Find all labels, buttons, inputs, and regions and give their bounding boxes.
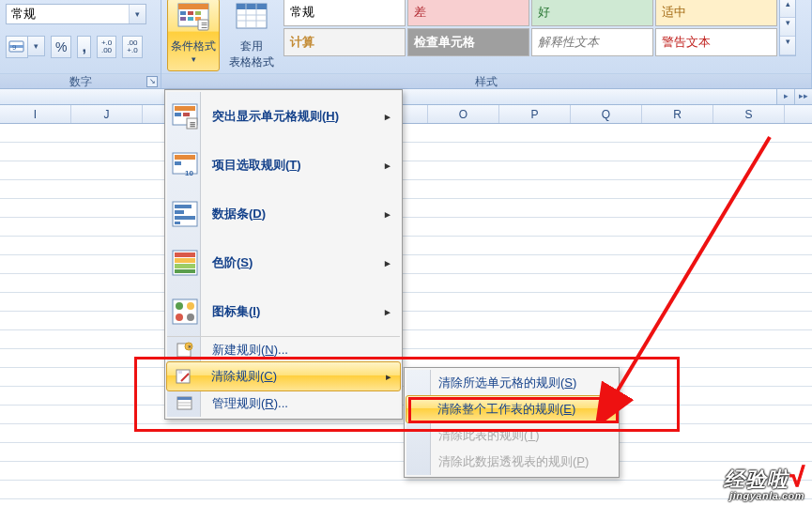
comma-format-button[interactable]: , xyxy=(77,36,90,58)
column-header-row: I J K L M N O P Q R S xyxy=(0,105,812,124)
menu-item-label: 项目选取规则(T) xyxy=(212,157,301,174)
column-header[interactable]: R xyxy=(642,105,713,123)
style-normal[interactable]: 常规 xyxy=(283,0,406,26)
clear-rules-submenu: 清除所选单元格的规则(S) 清除整个工作表的规则(E) 清除此表的规则(T) 清… xyxy=(404,367,620,478)
svg-rect-48 xyxy=(178,371,182,374)
menu-item-label: 数据条(D) xyxy=(212,206,266,222)
menu-clear-rules[interactable]: 清除规则(C) ▸ xyxy=(166,361,401,391)
svg-point-40 xyxy=(176,302,183,310)
scroll-end-button[interactable]: ▸▸ xyxy=(794,89,812,104)
svg-rect-20 xyxy=(175,106,195,111)
scroll-right-button[interactable]: ▸ xyxy=(776,89,794,104)
manage-rules-icon xyxy=(176,395,193,412)
submenu-item-label: 清除此数据透视表的规则(P) xyxy=(438,453,589,470)
submenu-arrow-icon: ▸ xyxy=(386,371,391,383)
svg-rect-22 xyxy=(183,113,190,116)
clear-rules-icon xyxy=(176,368,192,385)
currency-format-button[interactable]: 9 ▾ xyxy=(6,36,45,58)
submenu-arrow-icon: ▸ xyxy=(385,111,391,123)
decrease-decimal-button[interactable]: .00 +.0 xyxy=(122,36,142,58)
column-header[interactable]: P xyxy=(499,105,571,123)
number-format-dropdown[interactable]: ▾ xyxy=(129,5,146,23)
style-bad[interactable]: 差 xyxy=(407,0,529,26)
column-header[interactable]: J xyxy=(71,105,143,123)
number-group-dialog-launcher[interactable]: ↘ xyxy=(146,76,158,87)
svg-rect-26 xyxy=(175,155,195,160)
column-header[interactable]: I xyxy=(0,105,71,123)
ribbon-group-styles: ☰ 条件格式 ▾ 套用 表格格式 ▾ xyxy=(161,0,812,88)
number-format-combo[interactable]: 常规 ▾ xyxy=(6,4,146,24)
ribbon-group-number: 常规 ▾ 9 ▾ % xyxy=(0,0,161,88)
svg-rect-39 xyxy=(173,299,197,324)
menu-manage-rules[interactable]: 管理规则(R)... xyxy=(167,390,400,417)
svg-rect-4 xyxy=(178,4,208,9)
menu-item-label: 突出显示单元格规则(H) xyxy=(212,108,339,125)
menu-data-bars[interactable]: 数据条(D) ▸ xyxy=(167,190,400,238)
svg-text:☰: ☰ xyxy=(201,22,207,30)
svg-rect-6 xyxy=(188,11,193,15)
top-bottom-icon: 10 xyxy=(172,152,198,178)
percent-format-button[interactable]: % xyxy=(51,36,71,58)
menu-color-scales[interactable]: 色阶(S) ▸ xyxy=(167,238,400,287)
submenu-item-label: 清除整个工作表的规则(E) xyxy=(437,401,575,418)
style-explanatory[interactable]: 解释性文本 xyxy=(531,28,653,56)
menu-item-label: 清除规则(C) xyxy=(211,368,277,385)
submenu-arrow-icon: ▸ xyxy=(385,208,391,221)
svg-rect-31 xyxy=(175,210,184,214)
conditional-formatting-icon: ☰ xyxy=(177,3,209,35)
submenu-arrow-icon: ▸ xyxy=(385,160,391,172)
decrease-decimal-icon: .00 +.0 xyxy=(127,39,137,54)
percent-icon: % xyxy=(55,39,67,54)
clear-pivot-rules: 清除此数据透视表的规则(P) xyxy=(406,449,617,475)
gallery-scroll-up[interactable]: ▴ xyxy=(780,0,795,18)
increase-decimal-icon: +.0 .00 xyxy=(101,39,112,54)
style-calculation[interactable]: 计算 xyxy=(283,28,406,56)
column-header[interactable]: Q xyxy=(571,105,642,123)
gallery-more[interactable]: ▾ xyxy=(780,37,795,55)
gallery-scroll-down[interactable]: ▾ xyxy=(780,18,795,37)
watermark-text: 经验啦 xyxy=(724,467,789,491)
conditional-formatting-button[interactable]: ☰ 条件格式 ▾ xyxy=(167,0,220,71)
clear-entire-sheet-rules[interactable]: 清除整个工作表的规则(E) xyxy=(406,395,618,423)
clear-table-rules: 清除此表的规则(T) xyxy=(406,422,617,449)
svg-rect-33 xyxy=(175,222,180,224)
menu-icon-sets[interactable]: 图标集(I) ▸ xyxy=(167,287,400,336)
svg-rect-30 xyxy=(175,205,192,208)
clear-selected-cells-rules[interactable]: 清除所选单元格的规则(S) xyxy=(406,370,617,396)
increase-decimal-button[interactable]: +.0 .00 xyxy=(97,36,116,58)
menu-top-bottom[interactable]: 10 项目选取规则(T) ▸ xyxy=(167,141,400,190)
svg-rect-14 xyxy=(237,4,267,9)
menu-item-label: 色阶(S) xyxy=(212,254,253,271)
style-neutral[interactable]: 适中 xyxy=(655,0,777,26)
style-good[interactable]: 好 xyxy=(531,0,653,26)
menu-highlight-cells[interactable]: ☰ 突出显示单元格规则(H) ▸ xyxy=(167,92,400,141)
data-bars-icon xyxy=(172,201,198,227)
svg-point-43 xyxy=(187,314,194,321)
svg-rect-37 xyxy=(175,264,195,268)
submenu-arrow-icon: ▸ xyxy=(385,257,391,269)
format-as-table-icon xyxy=(236,3,268,35)
cell-styles-scroll: ▴ ▾ ▾ xyxy=(779,0,796,56)
menu-new-rule[interactable]: ✶ 新建规则(N)... xyxy=(167,336,400,362)
ribbon-group-label-number: 数字 xyxy=(0,73,161,88)
column-header[interactable]: S xyxy=(713,105,785,123)
conditional-formatting-label: 条件格式 xyxy=(168,38,219,54)
svg-rect-38 xyxy=(175,269,195,273)
menu-item-label: 管理规则(R)... xyxy=(212,395,288,412)
color-scales-icon xyxy=(172,250,198,276)
style-checkcell[interactable]: 检查单元格 xyxy=(407,28,529,56)
ribbon-group-label-styles: 样式 xyxy=(161,73,811,88)
column-header[interactable]: O xyxy=(428,105,499,123)
svg-rect-50 xyxy=(177,397,192,400)
watermark-check-icon: √ xyxy=(790,463,804,492)
svg-text:10: 10 xyxy=(185,169,193,177)
watermark-url: jingyanla.com xyxy=(724,490,804,501)
new-rule-icon: ✶ xyxy=(176,342,193,359)
svg-rect-9 xyxy=(188,17,193,21)
highlight-cells-icon: ☰ xyxy=(172,103,198,130)
submenu-arrow-icon: ▸ xyxy=(385,306,391,318)
style-warning[interactable]: 警告文本 xyxy=(655,28,777,56)
format-as-table-button[interactable]: 套用 表格格式 ▾ xyxy=(225,0,278,71)
submenu-item-label: 清除此表的规则(T) xyxy=(438,427,540,444)
chevron-down-icon: ▾ xyxy=(168,54,219,64)
